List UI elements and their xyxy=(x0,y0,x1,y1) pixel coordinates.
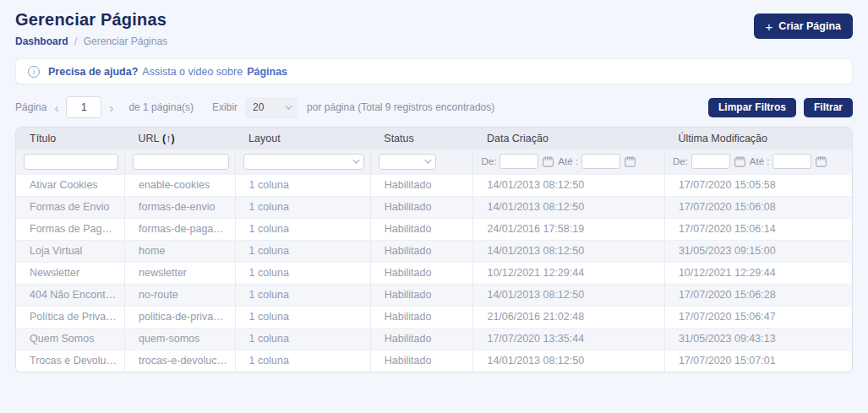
table-row[interactable]: Loja Virtualhome1 colunaHabilitado14/01/… xyxy=(16,240,852,262)
column-label: Layout xyxy=(248,133,281,144)
filter-cell-layout xyxy=(235,149,370,174)
per-page-label: por página (Total 9 registros encontrado… xyxy=(307,101,494,113)
modified-from-input[interactable] xyxy=(691,154,730,169)
table-filter-row: De: Até : xyxy=(16,149,852,174)
page: Gerenciar Páginas Dashboard / Gerenciar … xyxy=(0,0,868,372)
cell-layout: 1 coluna xyxy=(235,350,370,372)
create-page-button[interactable]: + Criar Página xyxy=(754,14,853,39)
from-label: De: xyxy=(481,156,496,166)
column-header-title[interactable]: Título xyxy=(16,128,125,149)
cell-status: Habilitado xyxy=(370,306,473,328)
calendar-icon[interactable] xyxy=(542,155,554,168)
column-label: Título xyxy=(30,133,56,144)
previous-page-icon[interactable]: ‹ xyxy=(46,101,66,115)
column-header-created[interactable]: Data Criação xyxy=(473,128,664,149)
next-page-icon[interactable]: › xyxy=(101,101,121,115)
column-header-url[interactable]: URL (↑) xyxy=(125,128,236,149)
page-number-input[interactable] xyxy=(66,96,101,118)
column-header-layout[interactable]: Layout xyxy=(235,128,370,149)
help-banner-video-link[interactable]: Páginas xyxy=(247,66,287,78)
table-row[interactable]: Formas de Envioformas-de-envio1 colunaHa… xyxy=(16,196,852,218)
table-row[interactable]: 404 Não Encontradono-route1 colunaHabili… xyxy=(16,284,852,306)
table-header-row: TítuloURL (↑)LayoutStatusData CriaçãoÚlt… xyxy=(16,128,852,149)
create-page-button-label: Criar Página xyxy=(778,20,841,32)
pages-table: TítuloURL (↑)LayoutStatusData CriaçãoÚlt… xyxy=(16,128,852,372)
clear-filters-button[interactable]: Limpar Filtros xyxy=(708,98,796,117)
per-page-value: 20 xyxy=(253,101,264,113)
cell-status: Habilitado xyxy=(370,196,473,218)
page-header: Gerenciar Páginas Dashboard / Gerenciar … xyxy=(15,10,853,47)
calendar-icon[interactable] xyxy=(624,155,636,168)
cell-status: Habilitado xyxy=(370,284,473,306)
calendar-icon[interactable] xyxy=(734,155,746,168)
column-header-modified[interactable]: Última Modificação xyxy=(664,128,852,149)
page-header-left: Gerenciar Páginas Dashboard / Gerenciar … xyxy=(15,10,167,47)
show-label: Exibir xyxy=(212,101,237,113)
table-row[interactable]: Ativar Cookiesenable-cookies1 colunaHabi… xyxy=(16,174,852,196)
cell-created: 21/06/2016 21:02:48 xyxy=(473,306,664,328)
cell-title: Trocas e Devoluções xyxy=(16,350,125,372)
cell-created: 14/01/2013 08:12:50 xyxy=(473,196,664,218)
url-filter-input[interactable] xyxy=(133,154,229,170)
table-body: Ativar Cookiesenable-cookies1 colunaHabi… xyxy=(16,174,852,372)
cell-url: no-route xyxy=(125,284,236,306)
breadcrumb-home-link[interactable]: Dashboard xyxy=(15,35,68,47)
cell-layout: 1 coluna xyxy=(235,284,370,306)
cell-title: Formas de Envio xyxy=(16,196,125,218)
cell-layout: 1 coluna xyxy=(235,306,370,328)
modified-to-input[interactable] xyxy=(772,154,811,169)
calendar-icon[interactable] xyxy=(815,155,827,168)
from-label: De: xyxy=(673,156,688,166)
cell-layout: 1 coluna xyxy=(235,262,370,284)
cell-status: Habilitado xyxy=(370,262,473,284)
created-date-filter: De: Até : xyxy=(481,154,658,169)
cell-modified: 17/07/2020 15:06:47 xyxy=(664,306,852,328)
filter-cell-created: De: Até : xyxy=(473,149,664,174)
cell-layout: 1 coluna xyxy=(235,240,370,262)
cell-created: 10/12/2021 12:29:44 xyxy=(473,262,664,284)
cell-url: newsletter xyxy=(125,262,236,284)
per-page-select[interactable]: 20 xyxy=(245,97,298,118)
breadcrumb-current: Gerenciar Páginas xyxy=(84,35,167,47)
page-label: Página xyxy=(15,101,46,113)
cell-url: quem-somos xyxy=(125,328,236,350)
cell-modified: 17/07/2020 15:07:01 xyxy=(664,350,852,372)
table-row[interactable]: Política de Privacidadepolitica-de-priva… xyxy=(16,306,852,328)
table-row[interactable]: Trocas e Devoluçõestrocas-e-devolucoes1 … xyxy=(16,350,852,372)
info-icon: i xyxy=(28,66,40,78)
breadcrumb: Dashboard / Gerenciar Páginas xyxy=(15,35,167,47)
cell-modified: 17/07/2020 15:05:58 xyxy=(664,174,852,196)
chevron-down-icon xyxy=(424,157,431,164)
cell-status: Habilitado xyxy=(370,328,473,350)
breadcrumb-separator: / xyxy=(74,35,77,47)
cell-title: Política de Privacidade xyxy=(16,306,125,328)
toolbar-actions: Limpar Filtros Filtrar xyxy=(708,98,853,117)
cell-layout: 1 coluna xyxy=(235,218,370,240)
created-from-input[interactable] xyxy=(500,154,538,169)
created-to-input[interactable] xyxy=(581,154,620,169)
cell-title: 404 Não Encontrado xyxy=(16,284,125,306)
table-row[interactable]: Quem Somosquem-somos1 colunaHabilitado17… xyxy=(16,328,852,350)
page-title: Gerenciar Páginas xyxy=(15,10,167,30)
table-row[interactable]: Formas de Pagamentoformas-de-pagamento1 … xyxy=(16,218,852,240)
cell-modified: 31/05/2023 09:15:00 xyxy=(664,240,852,262)
cell-created: 24/01/2016 17:58:19 xyxy=(473,218,664,240)
cell-layout: 1 coluna xyxy=(235,174,370,196)
cell-status: Habilitado xyxy=(370,174,473,196)
column-header-status[interactable]: Status xyxy=(370,128,473,149)
filter-cell-title xyxy=(16,149,125,174)
cell-url: enable-cookies xyxy=(125,174,236,196)
column-label: Status xyxy=(384,133,413,144)
table-row[interactable]: Newsletternewsletter1 colunaHabilitado10… xyxy=(16,262,852,284)
cell-modified: 17/07/2020 15:06:08 xyxy=(664,196,852,218)
cell-created: 14/01/2013 08:12:50 xyxy=(473,174,664,196)
status-filter-select[interactable] xyxy=(379,154,436,170)
filter-cell-status xyxy=(370,149,473,174)
layout-filter-select[interactable] xyxy=(243,154,364,170)
title-filter-input[interactable] xyxy=(24,154,118,170)
filter-button[interactable]: Filtrar xyxy=(804,98,853,117)
filter-cell-modified: De: Até : xyxy=(664,149,852,174)
help-banner: i Precisa de ajuda? Assista o video sobr… xyxy=(15,58,853,84)
cell-url: formas-de-pagamento xyxy=(125,218,236,240)
cell-created: 14/01/2013 08:12:50 xyxy=(473,350,664,372)
